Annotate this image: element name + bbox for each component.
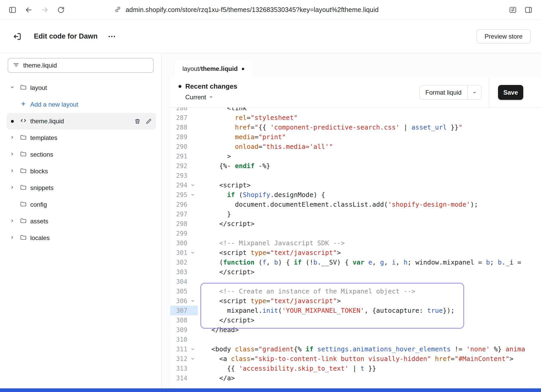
tab-layout-theme-liquid[interactable]: layout/theme.liquid <box>175 60 252 77</box>
code-text[interactable]: </head> <box>198 326 239 334</box>
format-options-chevron-icon[interactable] <box>467 85 481 99</box>
version-dropdown[interactable]: Current <box>185 94 237 101</box>
code-text[interactable]: {{ 'accessibility.skip_to_text' | t }} <box>198 365 376 372</box>
code-line-301[interactable]: 301 <script type="text/javascript"> <box>170 248 541 258</box>
sidebar-item-locales[interactable]: locales <box>7 230 156 246</box>
code-text[interactable]: > <box>198 152 231 160</box>
save-button[interactable]: Save <box>498 85 523 100</box>
reload-icon[interactable] <box>54 3 68 17</box>
fold-chevron-icon[interactable] <box>187 193 198 197</box>
sidebar-item-label: templates <box>30 134 57 142</box>
code-line-289[interactable]: 289 media="print" <box>170 132 541 142</box>
line-gutter: 314 <box>170 373 198 383</box>
url-bar[interactable]: admin.shopify.com/store/rzq1xu-f5/themes… <box>114 6 503 14</box>
file-sidebar: layoutAdd a new layouttheme.liquidtempla… <box>0 53 162 388</box>
fold-chevron-icon[interactable] <box>187 183 198 187</box>
code-text[interactable]: <script type="text/javascript"> <box>198 297 341 305</box>
code-text[interactable]: {%- endif -%} <box>198 162 270 170</box>
code-line-287[interactable]: 287 rel="stylesheet" <box>170 113 541 123</box>
code-line-298[interactable]: 298 </script> <box>170 219 541 229</box>
code-text[interactable]: if (Shopify.designMode) { <box>198 191 325 199</box>
code-line-314[interactable]: 314 </a> <box>170 373 541 383</box>
code-line-312[interactable]: 312 <a class="skip-to-content-link butto… <box>170 354 541 364</box>
code-line-294[interactable]: 294 <script> <box>170 180 541 190</box>
file-filter-box[interactable] <box>8 58 153 73</box>
code-text[interactable]: mixpanel.init('YOUR_MIXPANEL_TOKEN', {au… <box>198 307 454 314</box>
code-file-icon <box>20 117 27 125</box>
code-line-304[interactable]: 304 <box>170 277 541 286</box>
code-text[interactable]: </script> <box>198 268 255 276</box>
format-liquid-button[interactable]: Format liquid <box>419 85 482 100</box>
folder-icon <box>20 200 27 209</box>
code-text[interactable]: <script type="text/javascript"> <box>198 249 341 256</box>
sidebar-item-theme-liquid[interactable]: theme.liquid <box>7 113 156 130</box>
code-line-308[interactable]: 308 </script> <box>170 315 541 325</box>
code-text[interactable]: <!-- Mixpanel Javascript SDK --> <box>198 239 345 247</box>
code-line-286[interactable]: 286 <link <box>170 108 541 113</box>
code-text[interactable]: <!-- Create an instance of the Mixpanel … <box>198 287 415 295</box>
code-line-305[interactable]: 305 <!-- Create an instance of the Mixpa… <box>170 286 541 296</box>
code-line-313[interactable]: 313 {{ 'accessibility.skip_to_text' | t … <box>170 364 541 373</box>
code-text[interactable]: media="print" <box>198 133 286 141</box>
code-text[interactable]: <link <box>198 108 247 112</box>
code-line-299[interactable]: 299 <box>170 229 541 238</box>
code-text[interactable]: <a class="skip-to-content-link button vi… <box>198 355 513 363</box>
file-filter-input[interactable] <box>23 62 149 69</box>
extensions-icon[interactable] <box>506 3 520 17</box>
page-title: Edit code for Dawn <box>34 32 98 40</box>
code-line-296[interactable]: 296 document.documentElement.classList.a… <box>170 200 541 209</box>
fold-chevron-icon[interactable] <box>187 250 198 255</box>
code-text[interactable]: rel="stylesheet" <box>198 114 298 121</box>
sidebar-item-add-a-new-layout[interactable]: Add a new layout <box>7 96 156 113</box>
code-text[interactable]: </script> <box>198 316 255 324</box>
back-icon[interactable] <box>22 3 35 17</box>
code-line-306[interactable]: 306 <script type="text/javascript"> <box>170 296 541 306</box>
code-text[interactable]: document.documentElement.classList.add('… <box>198 201 478 208</box>
fold-chevron-icon[interactable] <box>187 299 198 303</box>
sidebar-item-snippets[interactable]: snippets <box>7 180 156 196</box>
chevron-right-icon <box>10 218 15 225</box>
code-text[interactable]: <body class="gradient{% if settings.anim… <box>198 345 525 353</box>
sidebar-item-config[interactable]: config <box>7 196 156 213</box>
exit-editor-icon[interactable] <box>10 30 24 43</box>
sidebar-item-layout[interactable]: layout <box>7 79 156 96</box>
code-line-291[interactable]: 291 > <box>170 151 541 161</box>
forward-icon[interactable] <box>38 3 52 17</box>
code-line-295[interactable]: 295 if (Shopify.designMode) { <box>170 190 541 200</box>
code-editor[interactable]: 286 <link287 rel="stylesheet"288 href="{… <box>170 108 541 388</box>
preview-store-button[interactable]: Preview store <box>477 29 531 44</box>
code-text[interactable]: </script> <box>198 220 255 228</box>
code-text[interactable]: } <box>198 210 231 218</box>
tree-row-gutter <box>7 134 18 142</box>
code-line-288[interactable]: 288 href="{{ 'component-predictive-searc… <box>170 123 541 132</box>
rename-file-icon[interactable] <box>145 118 152 125</box>
code-line-292[interactable]: 292 {%- endif -%} <box>170 161 541 171</box>
fold-chevron-icon[interactable] <box>187 347 198 351</box>
side-panel-icon[interactable] <box>522 3 535 17</box>
code-line-310[interactable]: 310 <box>170 335 541 344</box>
fold-chevron-icon[interactable] <box>187 357 198 361</box>
code-line-290[interactable]: 290 onload="this.media='all'" <box>170 142 541 151</box>
code-line-303[interactable]: 303 </script> <box>170 267 541 277</box>
code-text[interactable]: </a> <box>198 374 235 382</box>
line-gutter: 299 <box>170 229 198 238</box>
code-line-311[interactable]: 311 <body class="gradient{% if settings.… <box>170 344 541 354</box>
code-line-302[interactable]: 302 (function (f, b) { if (!b.__SV) { va… <box>170 258 541 267</box>
code-line-300[interactable]: 300 <!-- Mixpanel Javascript SDK --> <box>170 238 541 248</box>
sidebar-item-assets[interactable]: assets <box>7 213 156 230</box>
code-line-307[interactable]: 307 mixpanel.init('YOUR_MIXPANEL_TOKEN',… <box>170 306 541 315</box>
sidebar-item-blocks[interactable]: blocks <box>7 163 156 180</box>
code-text[interactable]: (function (f, b) { if (!b.__SV) { var e,… <box>198 259 521 266</box>
sidebar-item-templates[interactable]: templates <box>7 130 156 146</box>
sidebar-item-sections[interactable]: sections <box>7 146 156 163</box>
more-actions-icon[interactable] <box>106 30 118 43</box>
code-text[interactable]: href="{{ 'component-predictive-search.cs… <box>198 124 462 131</box>
code-line-297[interactable]: 297 } <box>170 209 541 219</box>
code-text[interactable]: onload="this.media='all'" <box>198 143 333 150</box>
tree-row-gutter <box>7 84 18 91</box>
sidebar-toggle-icon[interactable] <box>6 3 19 17</box>
delete-file-icon[interactable] <box>134 118 141 125</box>
code-text[interactable]: <script> <box>198 181 251 189</box>
code-line-309[interactable]: 309 </head> <box>170 325 541 335</box>
code-line-293[interactable]: 293 <box>170 171 541 180</box>
